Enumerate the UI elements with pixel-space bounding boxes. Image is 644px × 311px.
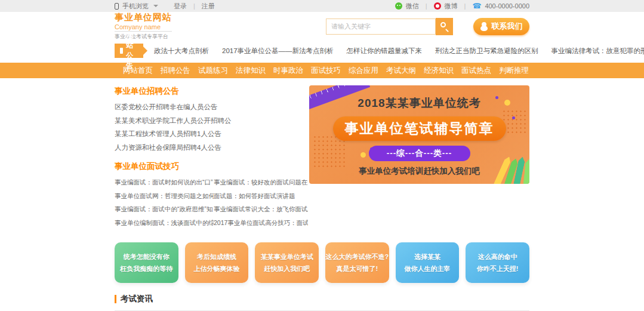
promo-card[interactable]: 某某事业单位考试 赶快加入我们吧 xyxy=(255,242,319,283)
banner-subtitle: 2018某某事业单位统考 xyxy=(309,96,529,111)
chevron-down-icon xyxy=(153,5,158,7)
separator: | xyxy=(461,2,469,10)
announcement-link[interactable]: 怎样让你的错题量减下来 xyxy=(347,47,423,56)
nav-item-interview[interactable]: 面试技巧 xyxy=(311,63,341,78)
promo-card-line: 真是太可惜了! xyxy=(325,264,389,273)
site-tagline: 事业单位考试专享平台 xyxy=(115,33,172,41)
promo-card-line: 枉负我痴痴的等待 xyxy=(115,264,178,273)
section-accent-bar xyxy=(115,295,116,303)
separator: | xyxy=(190,2,198,10)
nav-item-economics[interactable]: 经济知识 xyxy=(424,63,454,78)
site-title: 事业单位网站 xyxy=(115,12,172,23)
book-icon xyxy=(120,48,123,54)
site-header: 事业单位网站 Comyany name 事业单位考试专享平台 联系我们 xyxy=(115,12,529,41)
search-icon xyxy=(440,22,446,27)
announcement-link[interactable]: 2017事业单位公基——新法考点剖析 xyxy=(222,47,334,56)
wechat-icon xyxy=(395,2,402,10)
promo-card-line: 选择某某 xyxy=(396,253,460,261)
recruit-link[interactable]: 人力资源和社会保障局招聘4人公告 xyxy=(115,141,308,155)
wechat-link[interactable]: 微信 xyxy=(406,2,419,11)
contact-us-button[interactable]: 联系我们 xyxy=(473,18,529,35)
promo-card-line: 做你人生的主宰 xyxy=(396,264,460,273)
mobile-browse-link[interactable]: 手机浏览 xyxy=(122,2,149,11)
main-navigation: 网站首页 招聘公告 试题练习 法律知识 时事政治 面试技巧 综合应用 考试大纲 … xyxy=(0,63,644,78)
recruit-link[interactable]: 某某美术职业学院工作人员公开招聘公 xyxy=(115,114,308,128)
interview-link[interactable]: 事业编面试：较好改的面试问题在这里 xyxy=(214,175,308,189)
hotline-number: 400-0000-0000 xyxy=(485,2,529,10)
search-input[interactable] xyxy=(326,19,436,35)
decor-dot xyxy=(512,116,515,119)
announcement-label: 网站公告 xyxy=(115,44,143,58)
promo-card-line: 考后知成绩线 xyxy=(185,253,249,261)
promo-card[interactable]: 考后知成绩线 上估分畅爽体验 xyxy=(185,242,249,283)
mobile-phone-icon xyxy=(115,3,119,10)
weibo-icon xyxy=(434,2,441,10)
promo-card-line: 你咋不上天捏! xyxy=(466,264,529,273)
announcement-bar: 网站公告 政法十大考点剖析 2017事业单位公基——新法考点剖析 怎样让你的错题… xyxy=(115,44,529,58)
decor-dot xyxy=(360,152,366,158)
nav-item-practice[interactable]: 试题练习 xyxy=(198,63,228,78)
interview-link[interactable]: 事业单位面试网：哲理类问题之如何答 xyxy=(115,189,214,203)
interview-link[interactable]: 事业编面试常识大全：放飞你面试思路 xyxy=(214,202,308,216)
interview-section-title: 事业单位面试技巧 xyxy=(115,161,308,172)
topbar-right: 微信 | 微博 | ☎ 400-0000-0000 xyxy=(395,2,529,11)
recruit-link[interactable]: 某某工程技术管理人员招聘1人公告 xyxy=(115,127,308,141)
recruit-section-title: 事业单位招聘公告 xyxy=(115,86,308,97)
promo-card-line: 赶快加入我们吧 xyxy=(255,264,319,273)
news-section-title: 考试资讯 xyxy=(121,294,153,304)
search-bar xyxy=(326,18,453,35)
announcement-link[interactable]: 事业编法律考试：故意犯罪的形态 xyxy=(551,47,644,56)
company-name: Comyany name xyxy=(115,23,172,32)
banner-title: 事业单位笔试辅导简章 xyxy=(333,116,506,141)
interview-link[interactable]: 事业编面试：面试中的“政府思维”知 xyxy=(115,202,214,216)
nav-item-reasoning[interactable]: 判断推理 xyxy=(499,63,529,78)
top-utility-bar: 手机浏览 登录 | 注册 微信 | 微博 | ☎ 400-0000-0000 xyxy=(0,0,644,12)
announcement-link[interactable]: 政法十大考点剖析 xyxy=(154,47,209,56)
search-button[interactable] xyxy=(436,18,453,35)
qq-penguin-icon xyxy=(480,22,488,31)
banner-category-pill: ---综---合---类--- xyxy=(369,146,470,161)
topbar-left: 手机浏览 登录 | 注册 xyxy=(115,2,215,11)
promo-card[interactable]: 这么大的考试你不造? 真是太可惜了! xyxy=(325,242,389,283)
register-link[interactable]: 注册 xyxy=(202,2,215,11)
contact-us-label: 联系我们 xyxy=(492,21,523,32)
announcement-link[interactable]: 刑法之正当防卫与紧急避险的区别 xyxy=(435,47,538,56)
nav-item-comprehensive[interactable]: 综合应用 xyxy=(349,63,378,78)
promo-card[interactable]: 统考怎能没有你 枉负我痴痴的等待 xyxy=(115,242,178,283)
left-column: 事业单位招聘公告 区委党校公开招聘非在编人员公告 某某美术职业学院工作人员公开招… xyxy=(115,84,309,229)
recruit-link[interactable]: 区委党校公开招聘非在编人员公告 xyxy=(115,100,308,114)
promo-card-line: 这么大的考试你不造? xyxy=(325,253,389,261)
interview-link[interactable]: 事业单位编制面试：浅谈面试中的综合 xyxy=(115,216,214,230)
announcement-label-text: 网站公告 xyxy=(126,30,138,71)
site-logo[interactable]: 事业单位网站 Comyany name 事业单位考试专享平台 xyxy=(115,12,172,41)
news-section-header: 考试资讯 xyxy=(115,294,529,304)
separator: | xyxy=(423,2,430,10)
promo-card-line: 某某事业单位考试 xyxy=(255,253,319,261)
interview-link[interactable]: 面试题：如何答好面试演讲题 xyxy=(214,189,308,203)
login-link[interactable]: 登录 xyxy=(174,2,187,11)
promo-card-line: 统考怎能没有你 xyxy=(115,253,178,261)
promo-card-line: 上估分畅爽体验 xyxy=(185,264,249,273)
promo-cards-row: 统考怎能没有你 枉负我痴痴的等待 考后知成绩线 上估分畅爽体验 某某事业单位考试… xyxy=(115,242,529,283)
interview-link[interactable]: 事业编面试：面试时如何说的出“口” xyxy=(115,175,214,189)
promo-card[interactable]: 这么高的命中 你咋不上天捏! xyxy=(466,242,529,283)
interview-link[interactable]: 2017事业单位面试高分技巧：面试 xyxy=(214,216,308,230)
nav-item-recruit[interactable]: 招聘公告 xyxy=(161,63,190,78)
telephone-icon: ☎ xyxy=(472,2,481,10)
weibo-link[interactable]: 微博 xyxy=(445,2,458,11)
nav-item-hotspot[interactable]: 面试热点 xyxy=(461,63,491,78)
promo-card[interactable]: 选择某某 做你人生的主宰 xyxy=(396,242,460,283)
promo-card-line: 这么高的命中 xyxy=(466,253,529,261)
banner-caption: 事业单位考试培训赶快加入我们吧 xyxy=(309,166,529,177)
nav-item-politics[interactable]: 时事政治 xyxy=(273,63,303,78)
nav-item-law[interactable]: 法律知识 xyxy=(236,63,266,78)
nav-item-syllabus[interactable]: 考试大纲 xyxy=(386,63,416,78)
hero-banner[interactable]: 2018某某事业单位统考 事业单位笔试辅导简章 ---综---合---类--- … xyxy=(309,85,529,184)
